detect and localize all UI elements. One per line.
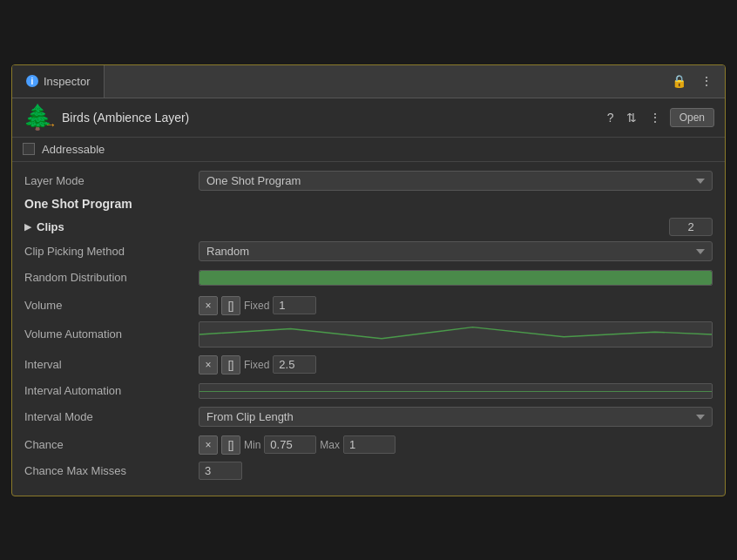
content-area: Layer Mode One Shot Program One Shot Pro… bbox=[12, 162, 725, 496]
random-distribution-row: Random Distribution bbox=[24, 267, 713, 288]
interval-controls: × [] Fixed bbox=[199, 355, 713, 374]
interval-mode-label: Interval Mode bbox=[24, 410, 199, 423]
clips-label: Clips bbox=[37, 220, 669, 233]
random-distribution-fill bbox=[199, 271, 712, 285]
open-button[interactable]: Open bbox=[670, 108, 714, 127]
interval-brackets-button[interactable]: [] bbox=[221, 355, 240, 374]
volume-brackets-button[interactable]: [] bbox=[221, 296, 240, 315]
chance-label: Chance bbox=[24, 438, 199, 451]
chance-max-misses-value bbox=[199, 462, 713, 480]
volume-automation-label: Volume Automation bbox=[24, 327, 199, 341]
interval-input[interactable] bbox=[273, 355, 316, 374]
chance-max-misses-row: Chance Max Misses bbox=[24, 461, 713, 482]
section-title: One Shot Program bbox=[24, 197, 713, 211]
chance-row: Chance × [] Min Max bbox=[24, 435, 713, 455]
interval-label: Interval bbox=[24, 358, 199, 371]
addressable-label: Addressable bbox=[42, 143, 105, 156]
help-button[interactable]: ? bbox=[604, 109, 618, 126]
chance-max-input[interactable] bbox=[343, 435, 396, 454]
chance-x-button[interactable]: × bbox=[199, 435, 218, 455]
inspector-panel: i Inspector 🔒 ⋮ 🌲 → Birds (Ambience Laye… bbox=[11, 64, 726, 496]
clip-picking-dropdown[interactable]: Random bbox=[199, 241, 713, 261]
inspector-tab[interactable]: i Inspector bbox=[12, 65, 105, 98]
menu-button[interactable]: ⋮ bbox=[697, 72, 716, 90]
layer-mode-row: Layer Mode One Shot Program bbox=[24, 171, 713, 192]
random-distribution-label: Random Distribution bbox=[24, 271, 199, 284]
chance-control-row: × [] Min Max bbox=[199, 435, 713, 455]
volume-controls: × [] Fixed bbox=[199, 296, 713, 315]
addressable-row: Addressable bbox=[12, 138, 725, 162]
clips-row: ▶ Clips bbox=[24, 218, 713, 236]
inspector-tab-label: Inspector bbox=[44, 75, 90, 88]
chance-min-input[interactable] bbox=[264, 435, 316, 454]
interval-automation-label: Interval Automation bbox=[24, 384, 199, 397]
layer-mode-value: One Shot Program bbox=[199, 171, 713, 191]
interval-automation-bar[interactable] bbox=[199, 383, 713, 399]
interval-fixed-label: Fixed bbox=[244, 359, 269, 371]
chance-max-misses-label: Chance Max Misses bbox=[24, 464, 199, 477]
asset-header: 🌲 → Birds (Ambience Layer) ? ⇅ ⋮ Open bbox=[12, 98, 725, 138]
lock-button[interactable]: 🔒 bbox=[668, 72, 690, 90]
chance-max-misses-input[interactable] bbox=[199, 462, 242, 480]
clips-arrow-icon[interactable]: ▶ bbox=[24, 221, 31, 233]
sliders-button[interactable]: ⇅ bbox=[623, 109, 640, 126]
volume-x-button[interactable]: × bbox=[199, 296, 218, 315]
tab-bar: i Inspector 🔒 ⋮ bbox=[12, 65, 725, 98]
volume-control-row: × [] Fixed bbox=[199, 296, 713, 315]
volume-automation-bar[interactable] bbox=[199, 321, 713, 347]
volume-automation-svg bbox=[199, 322, 712, 347]
interval-automation-value bbox=[199, 383, 713, 399]
interval-mode-row: Interval Mode From Clip Length bbox=[24, 407, 713, 428]
asset-actions: ? ⇅ ⋮ Open bbox=[604, 108, 714, 127]
layer-mode-dropdown[interactable]: One Shot Program bbox=[199, 171, 713, 191]
clip-picking-label: Clip Picking Method bbox=[24, 245, 199, 258]
chance-min-label: Min bbox=[244, 439, 260, 451]
interval-mode-value: From Clip Length bbox=[199, 407, 713, 427]
volume-automation-value bbox=[199, 321, 713, 347]
volume-input[interactable] bbox=[273, 296, 316, 314]
clip-picking-value: Random bbox=[199, 241, 713, 261]
chance-brackets-button[interactable]: [] bbox=[221, 435, 240, 455]
chance-max-label: Max bbox=[320, 439, 340, 451]
addressable-checkbox[interactable] bbox=[23, 143, 35, 155]
volume-automation-row: Volume Automation bbox=[24, 321, 713, 347]
interval-control-row: × [] Fixed bbox=[199, 355, 713, 374]
clip-picking-row: Clip Picking Method Random bbox=[24, 241, 713, 262]
arrow-icon: → bbox=[44, 118, 57, 132]
volume-label: Volume bbox=[24, 299, 199, 312]
volume-fixed-label: Fixed bbox=[244, 300, 269, 312]
volume-row: Volume × [] Fixed bbox=[24, 295, 713, 316]
interval-x-button[interactable]: × bbox=[199, 355, 218, 374]
asset-menu-button[interactable]: ⋮ bbox=[646, 109, 665, 126]
tab-actions: 🔒 ⋮ bbox=[659, 72, 725, 90]
layer-mode-label: Layer Mode bbox=[24, 174, 199, 187]
interval-automation-row: Interval Automation bbox=[24, 381, 713, 401]
interval-row: Interval × [] Fixed bbox=[24, 354, 713, 375]
random-distribution-slider[interactable] bbox=[199, 270, 713, 286]
clips-count[interactable] bbox=[669, 218, 713, 236]
inspector-icon: i bbox=[26, 75, 38, 87]
interval-mode-dropdown[interactable]: From Clip Length bbox=[199, 407, 713, 427]
random-distribution-value bbox=[199, 270, 713, 286]
asset-icon: 🌲 → bbox=[23, 105, 53, 130]
chance-controls: × [] Min Max bbox=[199, 435, 713, 455]
asset-name: Birds (Ambience Layer) bbox=[62, 111, 595, 125]
